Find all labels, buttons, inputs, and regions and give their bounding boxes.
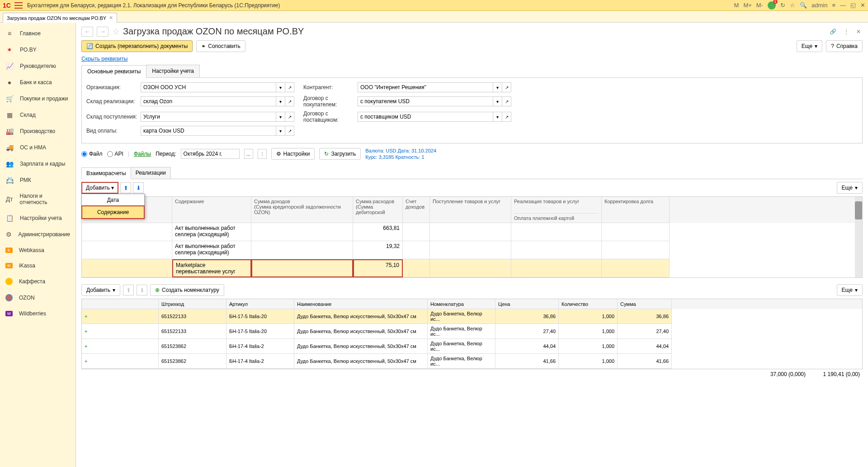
favorite-icon[interactable]: ☆	[112, 27, 119, 37]
more-button[interactable]: Еще ▾	[837, 284, 863, 296]
source-file-radio[interactable]: Файл	[81, 151, 103, 157]
tab-settlements[interactable]: Взаиморасчеты	[81, 167, 131, 179]
open-icon[interactable]: ↗	[285, 126, 294, 136]
table-row[interactable]: Marketplace перевыставление услуг 75,10	[82, 259, 855, 277]
memory-mminus[interactable]: M-	[756, 2, 763, 9]
sidebar-item-sales[interactable]: 🛒Покупки и продажи	[0, 91, 75, 107]
sidebar-item-kaffesta[interactable]: Каффеста	[0, 273, 75, 290]
user-label[interactable]: admin	[811, 2, 827, 9]
search-icon[interactable]: 🔍	[800, 2, 807, 9]
table-row[interactable]: + 651523862БН-17-4 Italia-2Дудо Банкетка…	[82, 354, 862, 369]
table-row[interactable]: + 651523862БН-17-4 Italia-2Дудо Банкетка…	[82, 339, 862, 354]
table-row[interactable]: Акт выполненных работ селлера (исходящий…	[82, 241, 855, 259]
dropdown-icon[interactable]: ▾	[493, 112, 502, 122]
sidebar-item-ozon[interactable]: OZON	[0, 290, 75, 306]
add-item-button[interactable]: Добавить ▾	[81, 284, 120, 296]
scrollbar[interactable]	[855, 197, 862, 277]
period-select-icon[interactable]: …	[244, 149, 253, 159]
sidebar-item-wildberries[interactable]: WWildberries	[0, 306, 75, 321]
history-icon[interactable]: ↻	[780, 2, 785, 9]
expand-icon[interactable]: +	[85, 314, 87, 319]
sidebar-item-taxes[interactable]: ДтНалоги и отчетность	[0, 188, 75, 210]
dropdown-icon[interactable]: ▾	[276, 96, 285, 106]
tab-close-icon[interactable]: ✕	[109, 15, 113, 21]
settings-button[interactable]: ⚙Настройки	[271, 148, 315, 160]
rate-info-link[interactable]: Курс: 3,3185 Кратность: 1	[365, 154, 436, 160]
open-icon[interactable]: ↗	[285, 82, 294, 92]
document-tab[interactable]: Загрузка продаж OZON по месяцам PO.BY ✕	[3, 13, 117, 23]
more-icon[interactable]: ⋮	[842, 29, 851, 35]
create-documents-button[interactable]: 🔄Создать (перезаполнить) документы	[81, 40, 193, 52]
org-input[interactable]: ОЗОН ООО УСН	[141, 82, 276, 92]
tab-accounting-settings[interactable]: Настройки учета	[146, 65, 200, 77]
move-up-button[interactable]: ⬆	[120, 182, 131, 193]
pay-input[interactable]: карта Озон USD	[141, 126, 276, 136]
notification-icon[interactable]	[768, 1, 776, 10]
link-icon[interactable]: 🔗	[828, 29, 838, 35]
sklad-post-input[interactable]: Услуги	[141, 112, 276, 122]
tab-realizations[interactable]: Реализации	[131, 167, 171, 179]
minimize-icon[interactable]: —	[840, 2, 846, 9]
source-api-radio[interactable]: API	[107, 151, 123, 157]
dropdown-icon[interactable]: ▾	[276, 126, 285, 136]
tab-main-details[interactable]: Основные реквизиты	[81, 65, 146, 78]
dog-sup-input[interactable]: с поставщиком USD	[358, 112, 493, 122]
sidebar-item-main[interactable]: ≡Главное	[0, 25, 75, 42]
expand-icon[interactable]: +	[85, 343, 87, 349]
sidebar-item-admin[interactable]: ⚙Администрирование	[0, 226, 75, 243]
radio-input[interactable]	[107, 151, 113, 157]
more-button[interactable]: Еще ▾	[797, 40, 822, 52]
open-icon[interactable]: ↗	[502, 82, 511, 92]
open-icon[interactable]: ↗	[502, 112, 511, 122]
sklad-real-input[interactable]: склад Ozon	[141, 96, 276, 106]
move-up-button[interactable]: ⬆	[123, 285, 134, 295]
sidebar-item-webkassa[interactable]: KWebkassa	[0, 243, 75, 258]
memory-m[interactable]: M	[734, 2, 739, 9]
sidebar-item-bank[interactable]: ●Банк и касса	[0, 74, 75, 91]
open-icon[interactable]: ↗	[285, 96, 294, 106]
table-row[interactable]: + 651522133БН-17-5 Italia-20Дудо Банкетк…	[82, 309, 862, 324]
back-button[interactable]: ←	[81, 27, 93, 37]
move-down-button[interactable]: ⬇	[137, 285, 147, 295]
hamburger-icon[interactable]	[14, 2, 23, 9]
dropdown-icon[interactable]: ▾	[493, 82, 502, 92]
memory-mplus[interactable]: M+	[743, 2, 751, 9]
sidebar-item-stock[interactable]: ▦Склад	[0, 107, 75, 123]
restore-icon[interactable]: ◱	[850, 2, 856, 9]
menu-item-date[interactable]: Дата	[82, 194, 144, 206]
dropdown-icon[interactable]: ▾	[493, 96, 502, 106]
table-row[interactable]: + 651522133БН-17-5 Italia-20Дудо Банкетк…	[82, 324, 862, 339]
star-icon[interactable]: ☆	[790, 2, 795, 9]
help-button[interactable]: ? Справка	[826, 40, 863, 52]
compare-button[interactable]: ⚭Сопоставить	[196, 40, 245, 52]
contr-input[interactable]: ООО "Интернет Решения"	[358, 82, 493, 92]
period-pick-icon[interactable]: ⋮	[258, 149, 267, 159]
load-button[interactable]: ↻Загрузить	[319, 148, 361, 160]
add-button[interactable]: Добавить ▾ Дата Содержание	[81, 182, 118, 194]
open-icon[interactable]: ↗	[502, 96, 511, 106]
create-nomenclature-button[interactable]: ⊕Создать номенклатуру	[150, 284, 224, 296]
sidebar-item-salary[interactable]: 👥Зарплата и кадры	[0, 156, 75, 172]
close-panel-icon[interactable]: ✕	[854, 29, 863, 35]
sidebar-item-production[interactable]: 🏭Производство	[0, 123, 75, 139]
hide-details-link[interactable]: Скрыть реквизиты	[76, 56, 133, 65]
radio-input[interactable]	[81, 151, 87, 157]
settings-icon[interactable]: ≡	[832, 2, 835, 9]
table-row[interactable]: Акт выполненных работ селлера (исходящий…	[82, 223, 855, 241]
sidebar-item-rmk[interactable]: 📇РМК	[0, 172, 75, 188]
forward-button[interactable]: →	[97, 27, 108, 37]
expand-icon[interactable]: +	[85, 358, 87, 364]
open-icon[interactable]: ↗	[285, 112, 294, 122]
move-down-button[interactable]: ⬇	[133, 182, 144, 193]
expand-icon[interactable]: +	[85, 329, 87, 334]
dropdown-icon[interactable]: ▾	[276, 82, 285, 92]
files-link[interactable]: Файлы	[134, 151, 151, 157]
currency-info-link[interactable]: Валюта: USD Дата: 31.10.2024	[365, 148, 436, 153]
period-input[interactable]	[181, 149, 240, 159]
more-button[interactable]: Еще ▾	[837, 182, 863, 194]
sidebar-item-os[interactable]: 🚚ОС и НМА	[0, 139, 75, 156]
dog-buy-input[interactable]: с покупателем USD	[358, 96, 493, 106]
sidebar-item-manager[interactable]: 📈Руководителю	[0, 58, 75, 74]
sidebar-item-settings[interactable]: 📋Настройки учета	[0, 210, 75, 226]
sidebar-item-ikassa[interactable]: iKiKassa	[0, 258, 75, 273]
